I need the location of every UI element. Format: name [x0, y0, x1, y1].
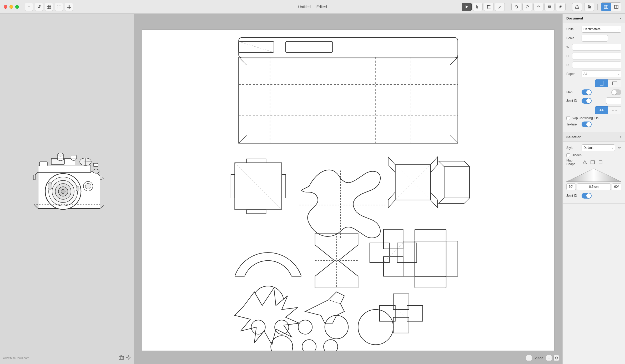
- main-layout: www.MacDown.com: [0, 14, 625, 364]
- joint-id-toggle[interactable]: [582, 98, 592, 104]
- svg-line-69: [235, 163, 282, 210]
- zoom-in-button[interactable]: +: [546, 355, 552, 361]
- play-button[interactable]: [462, 3, 472, 11]
- skip-ids-label: Skip Confusing IDs: [572, 116, 598, 120]
- svg-rect-113: [591, 161, 594, 164]
- maximize-button[interactable]: [15, 5, 19, 9]
- angle-left-button[interactable]: 60°: [566, 183, 576, 190]
- close-button[interactable]: [4, 5, 7, 9]
- landscape-button[interactable]: [608, 79, 621, 87]
- joint-id-style-row: [566, 106, 621, 114]
- style-select-wrapper[interactable]: Default Custom: [582, 144, 615, 151]
- angle-right-button[interactable]: 60°: [612, 183, 621, 190]
- svg-rect-97: [380, 306, 395, 321]
- scale-row: Scale 1.0: [566, 35, 621, 42]
- units-select-wrapper[interactable]: Centimeters Inches Millimeters: [582, 26, 621, 33]
- redo-button[interactable]: [522, 3, 532, 11]
- joint-style-2-button[interactable]: [608, 106, 621, 114]
- print-button[interactable]: [584, 3, 594, 11]
- flip-button[interactable]: [533, 3, 543, 11]
- selection-joint-toggle[interactable]: [582, 193, 592, 199]
- depth-input[interactable]: 6.383 cm: [572, 62, 621, 68]
- pen-button[interactable]: [495, 3, 505, 11]
- svg-rect-31: [38, 165, 91, 173]
- grid1-button[interactable]: [45, 3, 53, 11]
- width-row: W 5.441 cm: [566, 44, 621, 50]
- refresh-button[interactable]: ↺: [35, 3, 43, 11]
- svg-rect-110: [612, 82, 617, 85]
- paper-select[interactable]: A4 A3 Letter: [582, 70, 621, 77]
- svg-rect-98: [407, 306, 423, 321]
- minimize-button[interactable]: [9, 5, 13, 9]
- texture-toggle[interactable]: [582, 122, 592, 127]
- svg-point-44: [93, 169, 99, 173]
- flap-toggle2-knob: [612, 90, 617, 95]
- view-split-button[interactable]: [601, 3, 611, 11]
- angle-inputs: 60° 0.5 cm 60°: [566, 183, 621, 190]
- style-select[interactable]: Default Custom: [582, 144, 615, 151]
- svg-point-56: [120, 357, 122, 359]
- svg-point-5: [60, 5, 61, 6]
- zoom-bar: − 200% + ⚙: [526, 355, 559, 361]
- svg-point-108: [324, 340, 338, 351]
- texture-label: Texture: [566, 123, 580, 126]
- wand-button[interactable]: [556, 3, 566, 11]
- svg-point-103: [298, 320, 312, 334]
- transform-button[interactable]: [484, 3, 494, 11]
- settings-icon[interactable]: [126, 355, 131, 361]
- zoom-out-button[interactable]: −: [526, 355, 532, 361]
- svg-point-15: [490, 5, 491, 6]
- height-label: H: [566, 54, 571, 58]
- svg-rect-3: [49, 7, 51, 9]
- joint-id-input[interactable]: 6 pt: [606, 97, 621, 104]
- add-button[interactable]: +: [25, 3, 33, 11]
- svg-rect-53: [71, 155, 76, 159]
- undo-button[interactable]: [511, 3, 521, 11]
- flap-toggle[interactable]: [582, 89, 592, 95]
- joint-style-1-button[interactable]: [595, 106, 608, 114]
- height-input[interactable]: 4.704 cm: [572, 53, 621, 59]
- traffic-lights: [4, 5, 19, 9]
- flap-shape-square-icon[interactable]: [597, 159, 604, 165]
- flap-shape-rect-icon[interactable]: [589, 159, 596, 165]
- selection-joint-id-label: Joint ID: [566, 194, 580, 198]
- svg-rect-48: [100, 175, 102, 180]
- share-button[interactable]: [572, 3, 582, 11]
- svg-point-4: [58, 5, 58, 6]
- zoom-settings-button[interactable]: ⚙: [553, 355, 559, 361]
- camera-icon[interactable]: [119, 355, 124, 361]
- texture-row: Texture: [566, 122, 621, 127]
- width-input[interactable]: 5.441 cm: [572, 44, 621, 50]
- skip-ids-row: Skip Confusing IDs: [566, 116, 621, 120]
- svg-rect-95: [446, 241, 458, 276]
- portrait-button[interactable]: [595, 79, 608, 87]
- flap-visual: [566, 168, 621, 182]
- svg-rect-91: [415, 241, 446, 276]
- units-select[interactable]: Centimeters Inches Millimeters: [582, 26, 621, 33]
- angle-middle-input[interactable]: 0.5 cm: [577, 183, 611, 190]
- view-full-button[interactable]: [611, 3, 621, 11]
- grid2-button[interactable]: [65, 3, 73, 11]
- align-button[interactable]: [545, 3, 555, 11]
- style-edit-icon[interactable]: ✏: [618, 146, 621, 150]
- flap-toggle-knob: [586, 90, 591, 95]
- canvas-area[interactable]: − 200% + ⚙: [134, 14, 562, 364]
- flap-toggle2[interactable]: [611, 89, 621, 95]
- flap-shape-icons: [582, 159, 604, 165]
- bottom-icons: [119, 355, 131, 361]
- svg-rect-67: [239, 38, 458, 58]
- selection-section-header[interactable]: Selection ▾: [563, 132, 625, 142]
- flap-shape-triangle-icon[interactable]: [582, 159, 588, 165]
- flap-label: Flap: [566, 90, 580, 94]
- arrow-button[interactable]: [473, 3, 483, 11]
- joint-id-toggle-knob: [586, 98, 591, 103]
- scale-input[interactable]: 1.0: [582, 35, 608, 42]
- paper-select-wrapper[interactable]: A4 A3 Letter: [582, 70, 621, 77]
- selection-section-title: Selection: [566, 135, 582, 139]
- document-section-header[interactable]: Document ▾: [563, 14, 625, 23]
- dot-button[interactable]: [55, 3, 63, 11]
- skip-ids-checkbox[interactable]: [566, 116, 570, 120]
- left-panel: www.MacDown.com: [0, 14, 134, 364]
- svg-point-7: [60, 7, 61, 8]
- hidden-checkbox[interactable]: [566, 153, 570, 157]
